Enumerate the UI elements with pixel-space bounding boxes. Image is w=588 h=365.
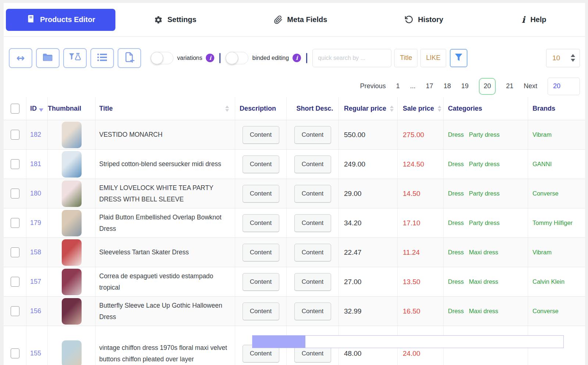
row-id[interactable]: 158 — [30, 248, 41, 256]
category-link[interactable]: Party dress — [469, 131, 499, 138]
row-checkbox[interactable] — [11, 277, 19, 287]
sale-price[interactable]: 124.50 — [403, 160, 424, 168]
product-thumbnail[interactable] — [62, 298, 82, 325]
row-id[interactable]: 156 — [30, 307, 41, 315]
sort-icon[interactable] — [438, 105, 441, 112]
description-content-button[interactable]: Content — [243, 155, 279, 173]
header-regular-price[interactable]: Regular price — [344, 105, 386, 112]
short-desc-content-button[interactable]: Content — [294, 185, 331, 203]
page-17[interactable]: 17 — [426, 82, 433, 90]
brand-name[interactable]: Vibram — [533, 131, 552, 138]
regular-price[interactable]: 550.00 — [344, 131, 365, 139]
row-checkbox[interactable] — [11, 348, 19, 358]
short-desc-content-button[interactable]: Content — [294, 214, 331, 232]
category-link[interactable]: Party dress — [469, 161, 499, 168]
variations-info-icon[interactable] — [206, 54, 214, 62]
resize-columns-button[interactable] — [9, 48, 32, 68]
product-thumbnail[interactable] — [62, 122, 82, 148]
sale-price[interactable]: 16.50 — [403, 307, 420, 315]
short-desc-content-button[interactable]: Content — [294, 155, 331, 173]
profiles-button[interactable] — [36, 48, 60, 68]
product-title[interactable]: Sleeveless Tartan Skater Dress — [99, 247, 189, 258]
sort-desc-icon[interactable] — [39, 108, 43, 112]
next-page-button[interactable]: Next — [524, 82, 537, 90]
binded-editing-toggle[interactable] — [226, 52, 248, 64]
sale-price[interactable]: 11.24 — [403, 248, 420, 257]
product-thumbnail[interactable] — [62, 340, 82, 365]
category-link[interactable]: Dress — [448, 278, 464, 285]
brand-name[interactable]: GANNI — [533, 161, 552, 168]
tab-help[interactable]: Help — [521, 14, 546, 25]
product-title[interactable]: VESTIDO MONARCH — [99, 129, 162, 140]
category-link[interactable]: Dress — [448, 219, 464, 226]
regular-price[interactable]: 32.99 — [344, 307, 362, 315]
page-21[interactable]: 21 — [506, 82, 513, 90]
select-all-checkbox[interactable] — [11, 104, 19, 114]
filters-constructor-button[interactable] — [63, 48, 87, 68]
page-18[interactable]: 18 — [444, 82, 451, 90]
header-sale-price[interactable]: Sale price — [403, 105, 434, 112]
brand-name[interactable]: Converse — [533, 190, 559, 197]
product-title[interactable]: Striped cotton-blend seersucker midi dre… — [99, 158, 221, 170]
product-title[interactable]: Correa de espagueti vestido estampado tr… — [99, 271, 229, 293]
row-id[interactable]: 155 — [30, 350, 41, 357]
product-title[interactable]: Butterfly Sleeve Lace Up Gothic Hallowee… — [99, 300, 229, 322]
header-id[interactable]: ID — [30, 105, 37, 112]
page-19[interactable]: 19 — [461, 82, 469, 90]
brand-name[interactable]: Converse — [533, 308, 559, 315]
page-size-input[interactable]: 10 — [546, 49, 580, 67]
row-checkbox[interactable] — [11, 159, 19, 169]
go-to-page-input[interactable]: 20 — [548, 78, 580, 95]
brand-name[interactable]: Vibram — [533, 249, 552, 256]
row-id[interactable]: 181 — [30, 160, 41, 168]
short-desc-content-button[interactable]: Content — [294, 244, 331, 261]
sale-price[interactable]: 14.50 — [403, 190, 420, 198]
regular-price[interactable]: 249.00 — [344, 160, 365, 168]
category-link[interactable]: Maxi dress — [469, 249, 498, 256]
product-thumbnail[interactable] — [62, 269, 82, 295]
tab-products-editor[interactable]: Products Editor — [6, 9, 115, 31]
sort-icon[interactable] — [390, 105, 394, 112]
description-content-button[interactable]: Content — [243, 244, 279, 261]
category-link[interactable]: Party dress — [469, 190, 499, 197]
regular-price[interactable]: 22.47 — [344, 248, 362, 257]
sort-icon[interactable] — [225, 105, 229, 112]
search-field-button[interactable]: Title — [394, 49, 417, 67]
bulk-editor-button[interactable] — [90, 48, 114, 68]
tab-history[interactable]: History — [405, 15, 443, 24]
category-link[interactable]: Dress — [448, 131, 464, 138]
category-link[interactable]: Maxi dress — [469, 308, 498, 315]
variations-toggle[interactable] — [151, 52, 173, 64]
category-link[interactable]: Party dress — [469, 219, 499, 226]
quick-search-input[interactable] — [312, 49, 391, 67]
short-desc-content-button[interactable]: Content — [294, 273, 331, 291]
regular-price[interactable]: 29.00 — [344, 190, 362, 198]
product-title[interactable]: vintage chiffon dress 1970s floral maxi … — [99, 342, 229, 365]
short-desc-content-button[interactable]: Content — [294, 126, 331, 144]
search-operator-button[interactable]: LIKE — [420, 49, 446, 67]
description-content-button[interactable]: Content — [243, 185, 279, 203]
sale-price[interactable]: 13.50 — [403, 278, 420, 286]
create-product-button[interactable] — [118, 48, 141, 68]
row-checkbox[interactable] — [11, 130, 19, 140]
sale-price[interactable]: 275.00 — [403, 131, 424, 139]
brand-name[interactable]: Tommy Hilfiger — [533, 219, 573, 226]
brand-name[interactable]: Calvin Klein — [533, 278, 564, 285]
product-title[interactable]: Plaid Button Embellished Overlap Bowknot… — [99, 212, 229, 234]
product-thumbnail[interactable] — [62, 180, 82, 207]
row-id[interactable]: 157 — [30, 278, 41, 286]
row-id[interactable]: 182 — [30, 131, 41, 139]
short-desc-content-button[interactable]: Content — [294, 303, 331, 320]
category-link[interactable]: Dress — [448, 249, 464, 256]
sale-price[interactable]: 17.10 — [403, 219, 420, 227]
product-thumbnail[interactable] — [62, 151, 82, 178]
sale-price[interactable]: 24.00 — [403, 350, 420, 358]
row-id[interactable]: 180 — [30, 190, 41, 197]
product-title[interactable]: EMILY LOVELOCK WHITE TEA PARTY DRESS WIT… — [99, 182, 229, 205]
category-link[interactable]: Dress — [448, 161, 464, 168]
regular-price[interactable]: 48.00 — [344, 350, 362, 358]
description-content-button[interactable]: Content — [243, 126, 279, 144]
row-checkbox[interactable] — [11, 218, 19, 228]
product-thumbnail[interactable] — [62, 210, 82, 236]
stepper-arrows-icon[interactable] — [571, 54, 575, 62]
